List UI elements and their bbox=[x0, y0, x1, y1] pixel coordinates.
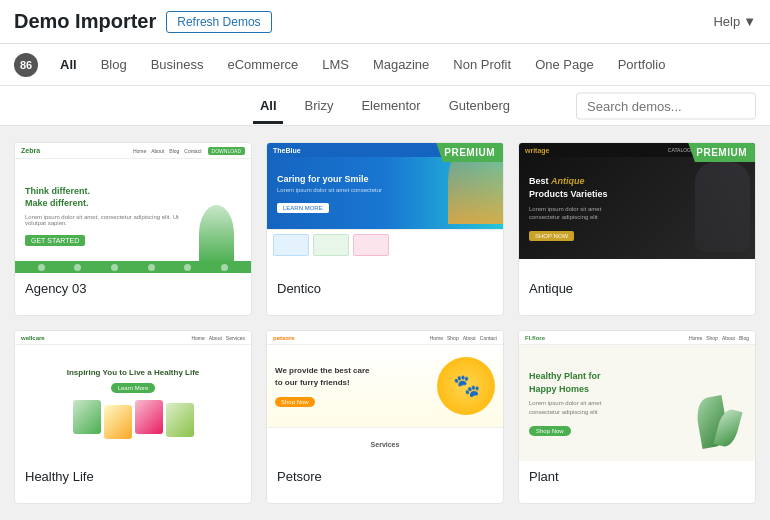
demo-card-name-petsore: Petsore bbox=[267, 461, 503, 492]
demo-card-name-dentico: Dentico bbox=[267, 273, 503, 304]
filter-tab-lms[interactable]: LMS bbox=[310, 53, 361, 76]
filter-tab-business[interactable]: Business bbox=[139, 53, 216, 76]
page-title: Demo Importer bbox=[14, 10, 156, 33]
demo-card-img-healthy: wellcare Home About Services Inspiring Y… bbox=[15, 331, 251, 461]
demo-card-name-antique: Antique bbox=[519, 273, 755, 304]
demo-grid: Zebra Home About Blog Contact DOWNLOAD T… bbox=[0, 126, 770, 520]
demo-card-img-petsore: petsore Home Shop About Contact We provi… bbox=[267, 331, 503, 461]
demo-card-img-antique: PREMIUM writage CATALOGUE ABOUT CONTACT … bbox=[519, 143, 755, 273]
demo-card-dentico[interactable]: PREMIUM TheBlue Home About Services Cari… bbox=[266, 142, 504, 316]
premium-badge-dentico: PREMIUM bbox=[436, 143, 503, 162]
sub-filter-tab-elementor[interactable]: Elementor bbox=[347, 94, 434, 117]
filter-tab-portfolio[interactable]: Portfolio bbox=[606, 53, 678, 76]
demo-card-name-healthy: Healthy Life bbox=[15, 461, 251, 492]
filter-tab-blog[interactable]: Blog bbox=[89, 53, 139, 76]
demo-card-antique[interactable]: PREMIUM writage CATALOGUE ABOUT CONTACT … bbox=[518, 142, 756, 316]
demo-count-badge: 86 bbox=[14, 53, 38, 77]
filter-tab-magazine[interactable]: Magazine bbox=[361, 53, 441, 76]
sub-filter-tab-all[interactable]: All bbox=[246, 94, 291, 117]
category-filter-tabs: All Blog Business eCommerce LMS Magazine… bbox=[48, 53, 677, 76]
demo-card-agency03[interactable]: Zebra Home About Blog Contact DOWNLOAD T… bbox=[14, 142, 252, 316]
filter-tab-ecommerce[interactable]: eCommerce bbox=[215, 53, 310, 76]
demo-card-img-plant: Fl.flore Home Shop About Blog Healthy Pl… bbox=[519, 331, 755, 461]
sub-filter-bar: All Brizy Elementor Gutenberg bbox=[0, 86, 770, 126]
demo-card-healthy[interactable]: wellcare Home About Services Inspiring Y… bbox=[14, 330, 252, 504]
builder-filter-tabs: All Brizy Elementor Gutenberg bbox=[246, 94, 524, 117]
demo-card-name-agency03: Agency 03 bbox=[15, 273, 251, 304]
filter-tab-nonprofit[interactable]: Non Profit bbox=[441, 53, 523, 76]
sub-filter-tab-brizy[interactable]: Brizy bbox=[291, 94, 348, 117]
top-bar-left: Demo Importer Refresh Demos bbox=[14, 10, 272, 33]
demo-card-plant[interactable]: Fl.flore Home Shop About Blog Healthy Pl… bbox=[518, 330, 756, 504]
demo-card-img-dentico: PREMIUM TheBlue Home About Services Cari… bbox=[267, 143, 503, 273]
demo-card-name-plant: Plant bbox=[519, 461, 755, 492]
search-box bbox=[576, 92, 756, 119]
sub-filter-tab-gutenberg[interactable]: Gutenberg bbox=[435, 94, 524, 117]
demo-card-petsore[interactable]: petsore Home Shop About Contact We provi… bbox=[266, 330, 504, 504]
demo-card-img-agency03: Zebra Home About Blog Contact DOWNLOAD T… bbox=[15, 143, 251, 273]
chevron-down-icon: ▼ bbox=[743, 14, 756, 29]
refresh-demos-button[interactable]: Refresh Demos bbox=[166, 11, 271, 33]
filter-tab-all[interactable]: All bbox=[48, 53, 89, 76]
search-input[interactable] bbox=[576, 92, 756, 119]
help-button[interactable]: Help ▼ bbox=[713, 14, 756, 29]
premium-badge-antique: PREMIUM bbox=[688, 143, 755, 162]
filter-bar: 86 All Blog Business eCommerce LMS Magaz… bbox=[0, 44, 770, 86]
filter-tab-onepage[interactable]: One Page bbox=[523, 53, 606, 76]
top-bar: Demo Importer Refresh Demos Help ▼ bbox=[0, 0, 770, 44]
